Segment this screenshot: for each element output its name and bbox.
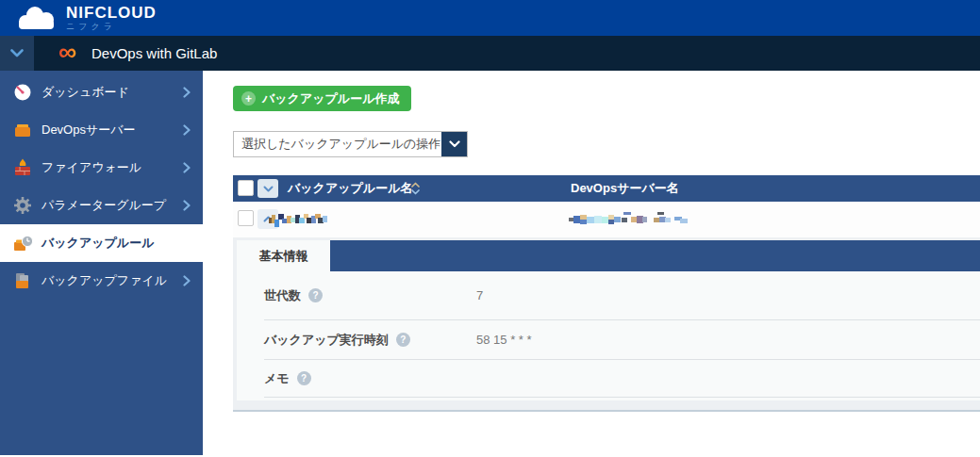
- brand-name: NIFCLOUD: [66, 5, 157, 22]
- chevron-right-icon: [183, 275, 191, 286]
- sidebar-item-label: DevOpsサーバー: [42, 122, 136, 139]
- sidebar-item-label: ダッシュボード: [42, 84, 129, 101]
- dropdown-caret-button[interactable]: [441, 132, 467, 156]
- chevron-down-icon: [263, 186, 274, 192]
- sidebar-item-backup-rule[interactable]: バックアップルール: [0, 224, 203, 262]
- sort-icon[interactable]: [411, 182, 420, 195]
- brand-lockup: NIFCLOUD ニフクラ: [66, 5, 157, 31]
- server-box-icon: [13, 121, 34, 139]
- help-icon[interactable]: ?: [308, 288, 323, 302]
- tab-basic-info[interactable]: 基本情報: [237, 240, 330, 271]
- expand-all-button[interactable]: [257, 179, 278, 198]
- sidebar-item-label: バックアップルール: [42, 235, 154, 252]
- bulk-action-dropdown[interactable]: 選択したバックアップルールの操作: [233, 131, 468, 157]
- nifcloud-cloud-icon: [15, 4, 58, 32]
- brand-subname: ニフクラ: [66, 22, 157, 31]
- firewall-flame-icon: [13, 158, 34, 177]
- sidebar-collapse-toggle[interactable]: [0, 36, 34, 71]
- gitlab-infinity-icon: ∞: [58, 36, 76, 71]
- plus-icon: +: [241, 91, 256, 106]
- sidebar-item-dashboard[interactable]: ダッシュボード: [0, 73, 203, 111]
- chevron-right-icon: [183, 124, 191, 136]
- chevron-down-icon: [10, 49, 24, 57]
- chevron-right-icon: [183, 87, 191, 98]
- row-detail-panel: 基本情報 世代数 ? 7 バックアップ実行時刻 ? 58 15 * * * メモ…: [233, 237, 980, 412]
- chevron-down-icon: [449, 140, 460, 148]
- field-row-memo: メモ ?: [264, 360, 980, 398]
- help-icon[interactable]: ?: [297, 371, 311, 385]
- field-label: バックアップ実行時刻: [264, 332, 389, 349]
- backup-clock-icon: [13, 234, 34, 253]
- detail-fields: 世代数 ? 7 バックアップ実行時刻 ? 58 15 * * * メモ ?: [237, 271, 980, 400]
- table-header: バックアップルール名 DevOpsサーバー名: [233, 175, 980, 202]
- column-header-backup-rule-name[interactable]: バックアップルール名: [288, 175, 412, 202]
- gear-icon: [13, 196, 34, 215]
- sidebar-item-parameter-group[interactable]: パラメーターグループ: [0, 187, 203, 224]
- column-header-devops-server-name: DevOpsサーバー名: [571, 175, 679, 202]
- field-value: 7: [476, 288, 483, 302]
- create-backup-rule-button[interactable]: + バックアップルール作成: [233, 86, 411, 111]
- field-label: メモ: [264, 370, 290, 387]
- field-value: 58 15 * * *: [476, 333, 532, 347]
- devops-server-name-redacted: [569, 212, 706, 228]
- backup-rule-name-redacted: [269, 212, 327, 229]
- help-icon[interactable]: ?: [396, 333, 410, 347]
- sidebar-item-firewall[interactable]: ファイアウォール: [0, 149, 203, 187]
- sidebar-item-devops-server[interactable]: DevOpsサーバー: [0, 111, 203, 149]
- create-backup-rule-label: バックアップルール作成: [262, 90, 399, 107]
- service-bar: ∞ DevOps with GitLab: [0, 36, 980, 71]
- field-label: 世代数: [264, 287, 301, 304]
- row-detail-content: 基本情報 世代数 ? 7 バックアップ実行時刻 ? 58 15 * * * メモ…: [237, 240, 980, 400]
- field-row-generation-count: 世代数 ? 7: [264, 271, 980, 320]
- sidebar-item-backup-file[interactable]: バックアップファイル: [0, 262, 203, 300]
- chevron-right-icon: [183, 162, 191, 173]
- nifcloud-console: NIFCLOUD ニフクラ ∞ DevOps with GitLab ダッシュボ…: [0, 0, 980, 457]
- field-row-backup-schedule: バックアップ実行時刻 ? 58 15 * * *: [264, 320, 980, 360]
- row-checkbox[interactable]: [238, 210, 254, 226]
- sidebar: ダッシュボード DevOpsサーバー ファイアウォール: [0, 71, 203, 455]
- backup-files-icon: [13, 271, 34, 290]
- chevron-right-icon: [183, 200, 191, 211]
- table-row: [233, 202, 980, 237]
- detail-tab-bar: 基本情報: [237, 240, 980, 271]
- sidebar-item-label: バックアップファイル: [42, 272, 167, 289]
- dashboard-gauge-icon: [13, 83, 34, 102]
- service-title: DevOps with GitLab: [91, 36, 217, 71]
- sidebar-item-label: パラメーターグループ: [42, 197, 166, 214]
- top-brand-bar: NIFCLOUD ニフクラ: [0, 0, 980, 36]
- bulk-action-selected: 選択したバックアップルールの操作: [241, 132, 440, 156]
- sidebar-item-label: ファイアウォール: [42, 159, 141, 176]
- select-all-checkbox[interactable]: [238, 180, 254, 196]
